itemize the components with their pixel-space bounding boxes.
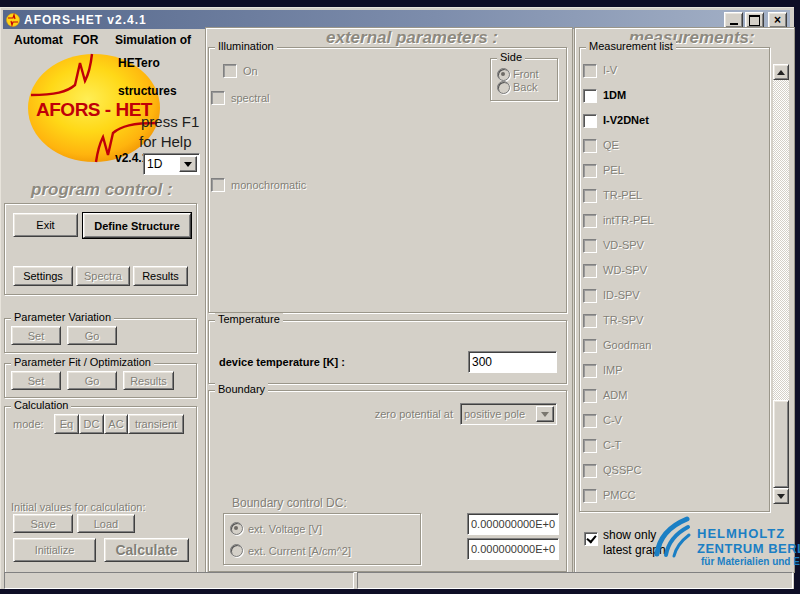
measurement-row-pmcc: PMCC bbox=[583, 489, 743, 503]
help-hint-line1: press F1 bbox=[141, 113, 199, 130]
maximize-button[interactable] bbox=[745, 12, 764, 28]
checkbox bbox=[583, 164, 597, 178]
variation-set-button: Set bbox=[11, 326, 61, 345]
scroll-up-icon bbox=[777, 70, 785, 75]
load-button: Load bbox=[77, 514, 135, 533]
checkbox bbox=[583, 414, 597, 428]
save-button: Save bbox=[13, 514, 73, 533]
calculation-title: Calculation bbox=[11, 399, 71, 411]
measurement-row-iv: I-V bbox=[583, 64, 743, 78]
illumination-on-checkbox bbox=[223, 64, 237, 78]
mode-transient-button: transient bbox=[128, 414, 184, 434]
monochromatic-checkbox bbox=[211, 178, 225, 192]
temperature-title: Temperature bbox=[215, 313, 283, 325]
checkbox bbox=[583, 189, 597, 203]
helmholtz-line2: ZENTRUM BERLIN bbox=[697, 541, 800, 556]
boundary-control-dc-label: Boundary control DC: bbox=[232, 496, 347, 510]
scrollbar-thumb[interactable] bbox=[773, 400, 789, 488]
scroll-up-button[interactable] bbox=[773, 64, 789, 80]
show-only-label-line1: show only bbox=[603, 528, 656, 542]
status-bar-left bbox=[4, 572, 354, 589]
radio-dot-icon bbox=[234, 526, 238, 530]
ext-current-radio bbox=[230, 544, 243, 557]
maximize-icon bbox=[749, 15, 760, 26]
minimize-button[interactable] bbox=[724, 12, 743, 28]
side-front-label: Front bbox=[513, 68, 539, 80]
device-temperature-label: device temperature [K] : bbox=[219, 356, 345, 368]
mode-ac-button: AC bbox=[104, 414, 128, 434]
zero-potential-label: zero potential at bbox=[331, 408, 453, 420]
boundary-title: Boundary bbox=[215, 383, 268, 395]
measurement-row-imp: IMP bbox=[583, 364, 743, 378]
app-icon bbox=[6, 13, 20, 27]
measurement-row-qsspc: QSSPC bbox=[583, 464, 743, 478]
menu-item-for[interactable]: FOR bbox=[73, 33, 98, 47]
helmholtz-logo-icon bbox=[653, 514, 693, 558]
spectral-checkbox bbox=[211, 91, 225, 105]
measurement-row-ct: C-T bbox=[583, 439, 743, 453]
zero-potential-value: positive pole bbox=[464, 408, 525, 420]
mode-eq-button: Eq bbox=[54, 414, 79, 434]
window-title: AFORS-HET v2.4.1 bbox=[24, 13, 147, 27]
radio-dot-icon bbox=[501, 72, 505, 76]
measurement-row-trpel: TR-PEL bbox=[583, 189, 743, 203]
checkbox[interactable] bbox=[583, 89, 597, 103]
menu-item-automat[interactable]: Automat bbox=[14, 33, 63, 47]
device-temperature-input[interactable] bbox=[468, 351, 557, 373]
scroll-down-icon bbox=[777, 494, 785, 499]
side-back-radio bbox=[497, 81, 510, 94]
spectra-button: Spectra bbox=[76, 266, 130, 286]
measurement-list-title: Measurement list bbox=[586, 40, 676, 52]
exit-button[interactable]: Exit bbox=[13, 213, 78, 237]
initial-values-label: Initial values for calculation: bbox=[11, 501, 146, 513]
checkbox[interactable] bbox=[583, 114, 597, 128]
variation-go-button: Go bbox=[67, 326, 117, 345]
parameter-variation-title: Parameter Variation bbox=[11, 311, 114, 323]
side-back-label: Back bbox=[513, 81, 537, 93]
close-button[interactable]: × bbox=[768, 12, 787, 28]
dimension-select[interactable]: 1D bbox=[143, 153, 200, 175]
measurement-row-idspv: ID-SPV bbox=[583, 289, 743, 303]
measurement-row-pel: PEL bbox=[583, 164, 743, 178]
program-control-header: program control : bbox=[31, 180, 173, 200]
checkbox bbox=[583, 364, 597, 378]
spectral-label: spectral bbox=[231, 92, 270, 104]
checkbox bbox=[583, 239, 597, 253]
help-hint-line2: for Help bbox=[139, 133, 192, 150]
minimize-icon bbox=[730, 23, 738, 25]
measurement-row-qe: QE bbox=[583, 139, 743, 153]
mode-dc-button: DC bbox=[79, 414, 104, 434]
settings-button[interactable]: Settings bbox=[13, 266, 73, 286]
side-front-radio bbox=[497, 68, 510, 81]
checkbox bbox=[583, 489, 597, 503]
dimension-dropdown-button[interactable] bbox=[179, 156, 197, 172]
measurement-row-wdspv: WD-SPV bbox=[583, 264, 743, 278]
measurement-row-vdspv: VD-SPV bbox=[583, 239, 743, 253]
afors-het-window: AFORS-HET v2.4.1 × Automat FOR Simulatio… bbox=[0, 7, 794, 589]
measurement-row-trspv: TR-SPV bbox=[583, 314, 743, 328]
measurement-row-iv2dnet: I-V2DNet bbox=[583, 114, 743, 128]
hetero-label: HETero bbox=[118, 56, 160, 70]
menu-item-simulation-of[interactable]: Simulation of bbox=[115, 33, 191, 47]
show-only-latest-graph-checkbox[interactable] bbox=[584, 532, 598, 546]
results-button[interactable]: Results bbox=[133, 266, 188, 286]
close-icon: × bbox=[774, 15, 781, 25]
desktop: AFORS-HET v2.4.1 × Automat FOR Simulatio… bbox=[0, 0, 800, 594]
zero-potential-select: positive pole bbox=[460, 403, 557, 425]
measurement-row-goodman: Goodman bbox=[583, 339, 743, 353]
define-structure-button[interactable]: Define Structure bbox=[83, 213, 191, 238]
initialize-button: Initialize bbox=[13, 538, 96, 562]
ext-current-input[interactable]: 0.000000000E+0 bbox=[467, 538, 559, 560]
side-title: Side bbox=[497, 51, 525, 63]
ext-voltage-input[interactable]: 0.000000000E+0 bbox=[467, 513, 559, 535]
scroll-down-button[interactable] bbox=[773, 488, 789, 504]
checkbox bbox=[583, 264, 597, 278]
checkbox bbox=[583, 139, 597, 153]
structures-label: structures bbox=[118, 84, 177, 98]
status-bar-right bbox=[357, 572, 793, 589]
checkbox bbox=[583, 64, 597, 78]
dimension-value: 1D bbox=[147, 157, 162, 171]
parameter-fit-title: Parameter Fit / Optimization bbox=[11, 356, 154, 368]
checkbox bbox=[583, 289, 597, 303]
checkbox bbox=[583, 464, 597, 478]
